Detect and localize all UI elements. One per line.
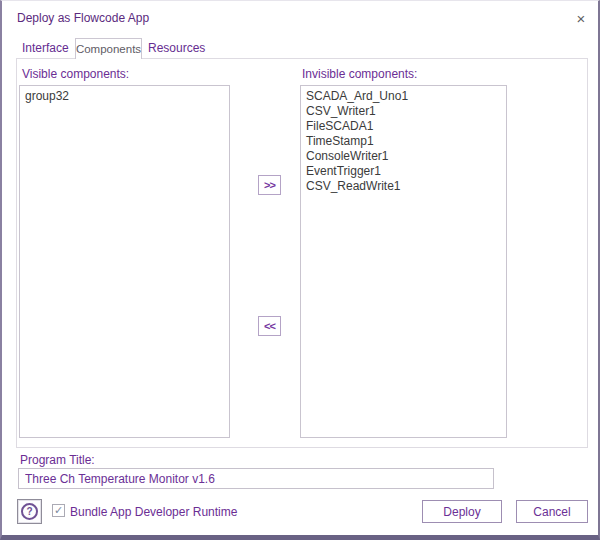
program-title-label: Program Title:	[20, 453, 95, 467]
list-item[interactable]: CSV_ReadWrite1	[306, 179, 506, 194]
deploy-dialog: Deploy as Flowcode App × Interface Compo…	[0, 0, 600, 540]
dialog-title: Deploy as Flowcode App	[17, 11, 149, 25]
visible-components-listbox[interactable]: group32	[19, 85, 230, 438]
tab-interface[interactable]: Interface	[22, 41, 69, 55]
bundle-runtime-checkbox[interactable]: ✓	[52, 504, 65, 517]
list-item[interactable]: SCADA_Ard_Uno1	[306, 89, 506, 104]
tab-components[interactable]: Components	[75, 38, 142, 59]
checkmark-icon: ✓	[54, 505, 63, 516]
visible-components-label: Visible components:	[22, 67, 129, 81]
move-right-button[interactable]: >>	[258, 175, 281, 195]
list-item[interactable]: EventTrigger1	[306, 164, 506, 179]
invisible-components-listbox[interactable]: SCADA_Ard_Uno1 CSV_Writer1 FileSCADA1 Ti…	[300, 85, 507, 438]
cancel-button[interactable]: Cancel	[516, 500, 588, 523]
list-item[interactable]: TimeStamp1	[306, 134, 506, 149]
list-item[interactable]: CSV_Writer1	[306, 104, 506, 119]
help-icon: ?	[21, 503, 38, 520]
list-item[interactable]: group32	[25, 89, 229, 104]
move-left-button[interactable]: <<	[258, 316, 281, 336]
tab-resources[interactable]: Resources	[148, 41, 205, 55]
list-item[interactable]: FileSCADA1	[306, 119, 506, 134]
bundle-runtime-label[interactable]: Bundle App Developer Runtime	[70, 505, 237, 519]
list-item[interactable]: ConsoleWriter1	[306, 149, 506, 164]
help-button[interactable]: ?	[17, 499, 42, 524]
invisible-components-label: Invisible components:	[302, 67, 417, 81]
close-icon[interactable]: ×	[571, 8, 591, 28]
deploy-button[interactable]: Deploy	[422, 500, 502, 523]
program-title-input[interactable]	[18, 468, 494, 489]
